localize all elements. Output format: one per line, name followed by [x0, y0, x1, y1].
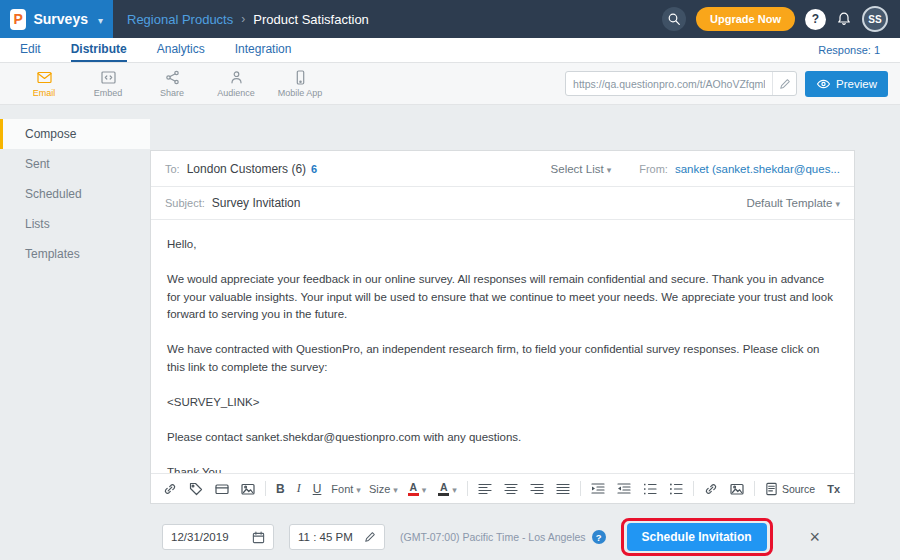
- editor-source-button[interactable]: Source: [763, 481, 817, 497]
- source-label: Source: [782, 483, 815, 495]
- recipient-count-badge[interactable]: 6: [311, 163, 317, 175]
- tab-integration[interactable]: Integration: [235, 38, 292, 62]
- editor-align-justify-button[interactable]: [554, 481, 572, 497]
- avatar[interactable]: SS: [862, 6, 888, 32]
- content: Compose Sent Scheduled Lists Templates T…: [0, 105, 900, 560]
- toolbar-divider: [467, 481, 468, 496]
- editor-indent-button[interactable]: [589, 481, 607, 497]
- editor-size-dropdown[interactable]: Size: [369, 483, 398, 495]
- topbar: P Surveys Regional Products › Product Sa…: [0, 0, 900, 38]
- editor-unordered-list-button[interactable]: [667, 481, 685, 497]
- editor-bg-color-button[interactable]: A: [436, 480, 459, 497]
- template-label: Default Template: [746, 197, 832, 209]
- logo-letter: P: [14, 11, 23, 27]
- audience-icon: [228, 70, 245, 85]
- editor-image-button[interactable]: [728, 481, 746, 497]
- schedule-time-input[interactable]: 11 : 45 PM: [289, 524, 385, 550]
- close-icon[interactable]: ×: [810, 527, 821, 548]
- main-panel: To: London Customers (6) 6 Select List F…: [150, 105, 900, 560]
- search-button[interactable]: [662, 7, 686, 31]
- editor-card-button[interactable]: [213, 481, 231, 497]
- tab-analytics[interactable]: Analytics: [157, 38, 205, 62]
- editor-bold-button[interactable]: B: [274, 481, 287, 497]
- toolbar-divider: [754, 481, 755, 496]
- editor-align-right-button[interactable]: [528, 481, 546, 497]
- subject-input[interactable]: Survey Invitation: [212, 196, 301, 210]
- from-field: From: sanket (sanket.shekdar@ques...: [639, 163, 840, 175]
- editor-align-left-button[interactable]: [476, 481, 494, 497]
- pencil-icon: [364, 531, 376, 543]
- image-icon: [730, 482, 744, 496]
- channel-label: Embed: [94, 88, 123, 98]
- unordered-list-icon: [669, 482, 683, 496]
- toolbar-divider: [265, 481, 266, 496]
- channel-email[interactable]: Email: [12, 70, 76, 98]
- editor-ordered-list-button[interactable]: [641, 481, 659, 497]
- editor-tag-button[interactable]: [187, 481, 205, 497]
- preview-button[interactable]: Preview: [805, 71, 888, 97]
- schedule-date-input[interactable]: 12/31/2019: [162, 524, 274, 550]
- body-paragraph: We would appreciate your feedback in our…: [167, 271, 838, 324]
- editor-media-button[interactable]: [239, 481, 257, 497]
- channel-mobile-app[interactable]: Mobile App: [268, 70, 332, 98]
- share-icon: [164, 70, 181, 85]
- schedule-invitation-button[interactable]: Schedule Invitation: [627, 523, 767, 551]
- email-body-editor[interactable]: Hello, We would appreciate your feedback…: [151, 220, 854, 473]
- sidebar-item-lists[interactable]: Lists: [0, 209, 150, 239]
- editor-italic-button[interactable]: I: [295, 480, 303, 497]
- pencil-icon: [779, 78, 791, 90]
- timezone-field: (GMT-07:00) Pacific Time - Los Angeles ?: [400, 530, 606, 544]
- editor-outdent-button[interactable]: [615, 481, 633, 497]
- editor-hyperlink-button[interactable]: [702, 481, 720, 497]
- help-button[interactable]: ?: [805, 9, 826, 30]
- response-count-link[interactable]: Response: 1: [818, 44, 880, 56]
- chevron-down-icon: [449, 481, 457, 496]
- upgrade-now-button[interactable]: Upgrade Now: [696, 7, 795, 31]
- sidebar-item-compose[interactable]: Compose: [0, 119, 150, 149]
- editor-link-button[interactable]: [161, 481, 179, 497]
- editor-clear-format-button[interactable]: Tx: [825, 482, 842, 496]
- sidebar-item-label: Compose: [25, 127, 76, 141]
- source-icon: [765, 482, 778, 496]
- select-list-dropdown[interactable]: Select List: [551, 163, 612, 175]
- editor-text-color-button[interactable]: A: [406, 480, 429, 497]
- editor-align-center-button[interactable]: [502, 481, 520, 497]
- sidebar-item-scheduled[interactable]: Scheduled: [0, 179, 150, 209]
- template-dropdown[interactable]: Default Template: [746, 197, 840, 209]
- subject-label: Subject:: [165, 197, 205, 209]
- mobile-icon: [292, 70, 309, 85]
- tab-distribute[interactable]: Distribute: [71, 38, 127, 62]
- breadcrumb-folder-link[interactable]: Regional Products: [127, 12, 233, 27]
- schedule-row: 12/31/2019 11 : 45 PM (GMT-07:00) Pacifi…: [150, 518, 855, 556]
- preview-label: Preview: [836, 78, 877, 90]
- topbar-actions: Upgrade Now ? SS: [662, 6, 900, 32]
- to-recipients[interactable]: London Customers (6): [187, 162, 306, 176]
- survey-url-input[interactable]: [566, 78, 772, 90]
- sidebar-item-sent[interactable]: Sent: [0, 149, 150, 179]
- editor-font-dropdown[interactable]: Font: [331, 483, 361, 495]
- survey-subnav: Edit Distribute Analytics Integration Re…: [0, 38, 900, 63]
- tab-edit[interactable]: Edit: [20, 38, 41, 62]
- ordered-list-icon: [643, 482, 657, 496]
- channel-embed[interactable]: Embed: [76, 70, 140, 98]
- link-icon: [704, 482, 718, 496]
- timezone-help-icon[interactable]: ?: [592, 530, 606, 544]
- channel-share[interactable]: Share: [140, 70, 204, 98]
- body-paragraph: We have contracted with QuestionPro, an …: [167, 341, 838, 377]
- email-icon: [36, 70, 53, 85]
- edit-url-button[interactable]: [772, 72, 796, 95]
- chevron-down-icon: [95, 10, 103, 28]
- editor-underline-button[interactable]: U: [311, 481, 324, 497]
- surveys-menu[interactable]: P Surveys: [0, 0, 113, 38]
- subject-row: Subject: Survey Invitation Default Templ…: [151, 187, 854, 220]
- bg-color-icon: A: [438, 482, 449, 496]
- questionpro-logo: P: [10, 9, 26, 30]
- bell-icon: [836, 11, 852, 27]
- from-sender[interactable]: sanket (sanket.shekdar@ques...: [675, 163, 840, 175]
- sidebar-item-label: Templates: [25, 247, 80, 261]
- notifications-button[interactable]: [836, 11, 852, 27]
- channel-audience[interactable]: Audience: [204, 70, 268, 98]
- link-icon: [163, 482, 177, 496]
- sidebar-item-templates[interactable]: Templates: [0, 239, 150, 269]
- toolbar-divider: [580, 481, 581, 496]
